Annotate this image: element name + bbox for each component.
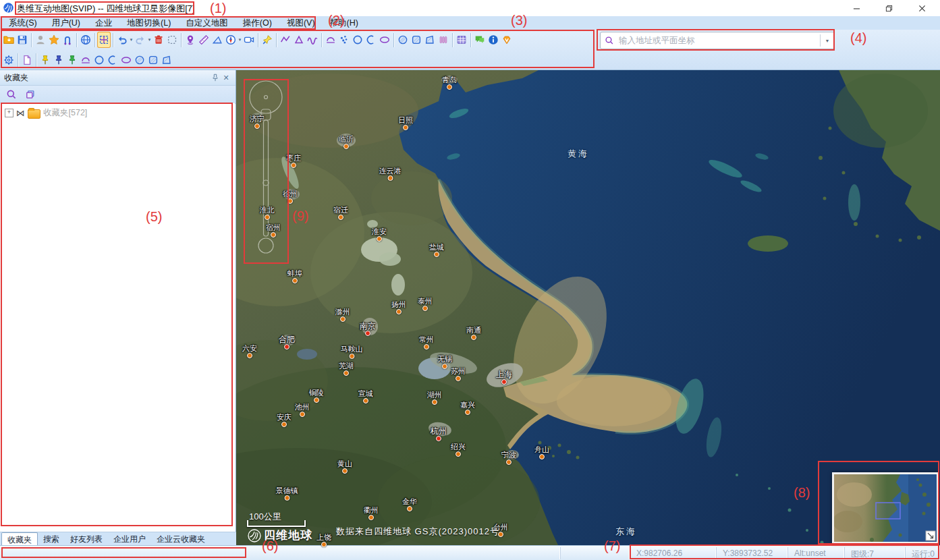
camera-icon[interactable] <box>242 32 256 48</box>
pin-yellow-icon[interactable] <box>38 52 52 68</box>
redo-icon[interactable] <box>134 32 147 48</box>
tree-root-label: 收藏夹[572] <box>43 107 87 119</box>
favorites-tree: + ⋈ 收藏夹[572] <box>0 103 235 532</box>
measure-ruler-icon[interactable] <box>197 32 211 48</box>
document-icon[interactable] <box>20 52 34 68</box>
toolbar-separator <box>321 33 322 47</box>
tree-root-row[interactable]: + ⋈ 收藏夹[572] <box>0 103 235 119</box>
toolbar-separator <box>276 33 277 47</box>
fill-polygon-icon[interactable] <box>160 52 173 68</box>
tab-收藏夹[interactable]: 收藏夹 <box>1 532 38 545</box>
browse-globe-icon[interactable] <box>79 32 92 48</box>
tab-企业云收藏夹[interactable]: 企业云收藏夹 <box>151 532 211 545</box>
circle-icon[interactable] <box>92 52 106 68</box>
ovital-map-window: { "window": { "title": "奥维互动地图(SVIP) -- … <box>0 0 940 560</box>
panel-toolbar <box>0 86 236 104</box>
arc2-icon[interactable] <box>106 52 119 68</box>
fill-polygon-icon[interactable] <box>423 32 437 48</box>
chevron-down-icon[interactable]: ▼ <box>129 38 134 42</box>
menu-item-5[interactable]: 自定义地图 <box>178 16 236 30</box>
favorites-star-icon[interactable] <box>47 32 61 48</box>
tab-搜索[interactable]: 搜索 <box>38 532 65 545</box>
pushpin-icon[interactable] <box>260 32 274 48</box>
status-field-5: 图级:7 <box>844 547 905 559</box>
menu-item-8[interactable]: 帮助(H) <box>323 16 366 30</box>
visibility-off-icon[interactable]: ⋈ <box>16 109 25 117</box>
chevron-down-icon[interactable]: ▼ <box>147 38 152 42</box>
fill-circle-icon[interactable] <box>396 32 410 48</box>
panel-search-icon[interactable] <box>6 89 17 100</box>
menu-bar: 系统(S)用户(U)企业地图切换(L)自定义地图操作(O)视图(V)帮助(H) <box>0 16 940 30</box>
multipoint-icon[interactable] <box>337 32 351 48</box>
columns-icon[interactable] <box>437 32 450 48</box>
settings-gear-icon[interactable] <box>2 52 16 68</box>
search-icon <box>605 36 614 45</box>
search-dropdown-button[interactable]: ▼ <box>820 34 834 47</box>
address-search-box: ▼ <box>600 32 835 49</box>
panel-header: 收藏夹 ✕ <box>0 70 236 86</box>
circle-icon[interactable] <box>351 32 364 48</box>
compass-icon[interactable] <box>224 32 238 48</box>
edit-object-icon[interactable] <box>97 32 111 48</box>
user-icon[interactable] <box>34 32 47 48</box>
placemark-icon[interactable] <box>184 32 197 48</box>
menu-item-7[interactable]: 视图(V) <box>279 16 323 30</box>
menu-item-4[interactable]: 地图切换(L) <box>119 16 178 30</box>
undo-icon[interactable] <box>115 32 129 48</box>
chevron-down-icon: ▼ <box>825 38 830 43</box>
polygon-icon[interactable] <box>292 32 306 48</box>
table-icon[interactable] <box>455 32 468 48</box>
info-icon[interactable] <box>487 32 500 48</box>
save-icon[interactable] <box>16 32 29 48</box>
menu-item-1[interactable]: 系统(S) <box>1 16 45 30</box>
toolbar-separator <box>470 33 471 47</box>
curve-icon[interactable] <box>306 32 319 48</box>
delete-icon[interactable] <box>152 32 165 48</box>
minimap-resize-icon <box>926 531 935 540</box>
window-title: 奥维互动地图(SVIP) -- 四维地球卫星影像图[7] <box>17 3 195 15</box>
pin-green-icon[interactable] <box>65 52 79 68</box>
toolbar-separator <box>94 33 95 47</box>
minimap-viewport <box>876 503 900 519</box>
status-field-1 <box>560 547 630 559</box>
search-input[interactable] <box>617 35 820 46</box>
favorites-panel: 收藏夹 ✕ + ⋈ 收藏夹[572] <box>0 70 236 532</box>
status-field-6: 运行:0 <box>905 547 940 559</box>
measure-area-icon[interactable] <box>211 32 224 48</box>
menu-item-6[interactable]: 操作(O) <box>236 16 279 30</box>
panel-close-icon[interactable]: ✕ <box>221 72 231 83</box>
pin-blue-icon[interactable] <box>52 52 65 68</box>
marquee-select-icon[interactable] <box>165 32 179 48</box>
vip-icon[interactable] <box>500 32 514 48</box>
ellipse-icon[interactable] <box>378 32 391 48</box>
tab-企业用户[interactable]: 企业用户 <box>108 532 151 545</box>
ellipse-icon[interactable] <box>119 52 133 68</box>
toolbar-separator <box>258 33 258 47</box>
panel-pin-icon[interactable] <box>210 72 221 83</box>
chevron-down-icon[interactable]: ▼ <box>238 38 242 42</box>
overview-minimap[interactable] <box>832 472 939 544</box>
menu-item-2[interactable]: 用户(U) <box>45 16 88 30</box>
arc-icon[interactable] <box>79 52 92 68</box>
toolbar-row-2 <box>2 51 173 69</box>
track-icon[interactable] <box>61 32 74 48</box>
arc2-icon[interactable] <box>364 32 378 48</box>
open-folder-icon[interactable] <box>2 32 16 48</box>
minimize-button[interactable] <box>841 0 872 16</box>
chat-icon[interactable] <box>473 32 487 48</box>
fill-circle-icon[interactable] <box>133 52 146 68</box>
toolbar-row-1: ▼▼▼ <box>2 30 514 49</box>
tab-好友列表[interactable]: 好友列表 <box>65 532 108 545</box>
polyline-icon[interactable] <box>279 32 292 48</box>
toolbar-separator <box>452 33 453 47</box>
fill-rect-icon[interactable] <box>410 32 423 48</box>
folder-icon <box>28 109 40 119</box>
status-field-4: Alt:unset <box>787 547 844 559</box>
tree-expand-icon[interactable]: + <box>5 109 13 117</box>
menu-item-3[interactable]: 企业 <box>88 16 119 30</box>
restore-button[interactable] <box>873 0 904 16</box>
close-button[interactable] <box>906 0 937 16</box>
arc-icon[interactable] <box>324 32 337 48</box>
fill-rect-icon[interactable] <box>146 52 160 68</box>
panel-layers-icon[interactable] <box>25 89 36 100</box>
